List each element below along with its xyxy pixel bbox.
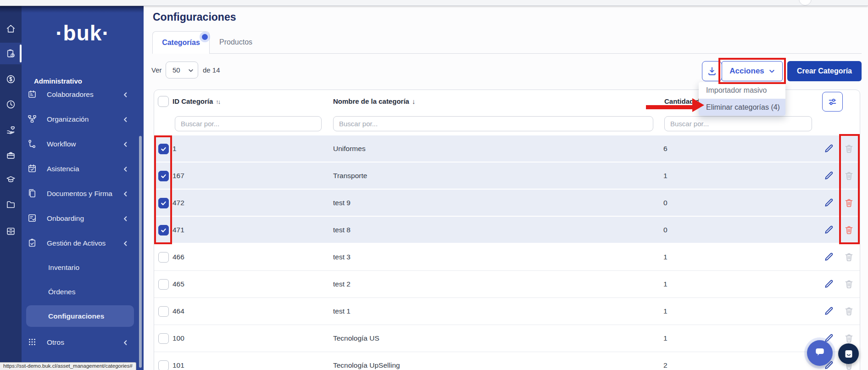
archive-icon[interactable] (0, 221, 22, 241)
table-row: 1Uniformes6 (154, 135, 860, 163)
row-checkbox[interactable] (158, 333, 169, 344)
sidebar-item-label: Organización (47, 115, 89, 123)
sidebar-item-label: Gestión de Activos (47, 239, 106, 247)
row-checkbox[interactable] (158, 306, 169, 317)
download-icon (707, 66, 717, 76)
sidebar-subitem-label: Inventario (48, 263, 79, 272)
row-checkbox[interactable] (158, 198, 169, 208)
graduation-cap-icon[interactable] (0, 169, 22, 189)
search-id-input[interactable] (175, 116, 322, 131)
form-check-icon (28, 213, 38, 224)
row-checkbox[interactable] (158, 144, 169, 154)
chevron-left-icon (122, 91, 129, 98)
clipboard-check-icon (28, 238, 38, 248)
delete-row-button[interactable] (843, 224, 855, 236)
home-icon[interactable] (0, 18, 22, 39)
cell-cantidad: 1 (663, 325, 668, 352)
sort-both-icon[interactable]: ↑↓ (216, 98, 220, 105)
row-checkbox[interactable] (158, 360, 169, 370)
dollar-icon[interactable] (0, 69, 22, 89)
menu-item-importador-masivo[interactable]: Importador masivo (699, 82, 785, 99)
acciones-button[interactable]: Acciones (722, 61, 783, 81)
sidebar-item-gestion-de-activos[interactable]: Gestión de Activos (22, 231, 144, 256)
menu-item-eliminar-categorias-4-[interactable]: Eliminar categorías (4) (699, 99, 785, 116)
sidebar-subitem-inventario[interactable]: Inventario (22, 255, 144, 280)
chat-smile-icon (843, 348, 854, 359)
edit-row-button[interactable] (823, 306, 835, 317)
edit-row-button[interactable] (823, 224, 835, 236)
sidebar-scrollbar[interactable] (139, 136, 142, 368)
page-size-label: Ver (151, 62, 162, 78)
row-checkbox[interactable] (158, 252, 169, 263)
sort-desc-icon[interactable]: ↓ (412, 97, 416, 105)
sidebar-item-asistencia[interactable]: Asistencia (22, 157, 144, 181)
delete-trash-icon (844, 224, 854, 235)
delete-row-button[interactable] (843, 279, 855, 290)
sidebar-subitem-label: Órdenes (48, 288, 75, 296)
delete-row-button[interactable] (843, 252, 855, 263)
download-button[interactable] (702, 61, 722, 81)
crear-categoria-button[interactable]: Crear Categoría (787, 61, 862, 81)
chat-widget-button[interactable] (807, 340, 833, 366)
hand-heart-icon[interactable] (0, 119, 22, 140)
col-header-cantidad[interactable]: Cantidad d (664, 90, 700, 112)
edit-row-button[interactable] (823, 170, 835, 182)
org-chart-icon (28, 114, 38, 124)
benefits-box-icon[interactable] (0, 145, 22, 165)
grid-dots-icon (28, 337, 38, 348)
folder-icon[interactable] (0, 194, 22, 214)
support-widget-button[interactable] (838, 343, 859, 364)
sidebar-item-documentos-y-firma[interactable]: Documentos y Firma (22, 181, 144, 206)
chevron-left-icon (122, 191, 129, 197)
cell-nombre: test 3 (333, 244, 351, 270)
edit-pencil-icon (823, 170, 834, 181)
sidebar-item-workflow[interactable]: Workflow (22, 132, 144, 157)
col-header-nombre[interactable]: Nombre de la categoría↓ (333, 90, 415, 112)
chevron-left-icon (122, 339, 129, 346)
cell-cantidad: 0 (663, 190, 668, 216)
sidebar-item-otros[interactable]: Otros (22, 330, 144, 355)
edit-row-button[interactable] (823, 279, 835, 290)
sidebar-item-label: Otros (47, 338, 64, 347)
sliders-icon (828, 97, 837, 107)
cell-id: 464 (172, 298, 184, 325)
search-cantidad-input[interactable] (664, 116, 812, 131)
page-size-select[interactable]: 50 (166, 62, 198, 78)
sidebar-subitem-ordenes[interactable]: Órdenes (22, 280, 144, 304)
row-checkbox[interactable] (158, 171, 169, 181)
clock-icon[interactable] (0, 94, 22, 114)
select-all-checkbox[interactable] (158, 96, 169, 107)
sidebar-subitem-configuraciones[interactable]: Configuraciones (22, 304, 144, 329)
column-settings-button[interactable] (822, 92, 843, 112)
row-checkbox[interactable] (158, 225, 169, 235)
delete-trash-icon (844, 197, 854, 208)
delete-row-button[interactable] (843, 170, 855, 182)
delete-row-button[interactable] (843, 143, 855, 155)
table-row: 466test 31 (154, 244, 860, 271)
delete-row-button[interactable] (843, 197, 855, 209)
table-filter-row (154, 112, 860, 135)
table-row: 472test 90 (154, 190, 860, 217)
asset-clipboard-icon[interactable] (0, 43, 22, 63)
edit-row-button[interactable] (823, 252, 835, 263)
sidebar-item-colaboradores[interactable]: Colaboradores (22, 82, 144, 107)
tab-categorias[interactable]: Categorías (152, 31, 210, 54)
delete-trash-icon (844, 170, 854, 181)
sidebar-item-organizacion[interactable]: Organización (22, 107, 144, 132)
cell-cantidad: 1 (663, 244, 668, 270)
row-checkbox[interactable] (158, 279, 169, 290)
cell-nombre: Tecnología UpSelling (333, 352, 400, 370)
sidebar-subitem-label: Configuraciones (48, 312, 104, 320)
sidebar-item-label: Colaboradores (47, 90, 94, 99)
cell-id: 472 (172, 190, 184, 216)
edit-row-button[interactable] (823, 197, 835, 209)
edit-row-button[interactable] (823, 143, 835, 155)
delete-row-button[interactable] (843, 306, 855, 317)
delete-row-button[interactable] (843, 333, 855, 344)
search-nombre-input[interactable] (333, 116, 653, 131)
col-header-id[interactable]: ID Categoría↑↓ (172, 90, 220, 112)
sidebar-item-onboarding[interactable]: Onboarding (22, 206, 144, 231)
page-size-value: 50 (172, 66, 180, 74)
tab-productos[interactable]: Productos (219, 31, 252, 53)
delete-trash-icon (844, 333, 854, 343)
